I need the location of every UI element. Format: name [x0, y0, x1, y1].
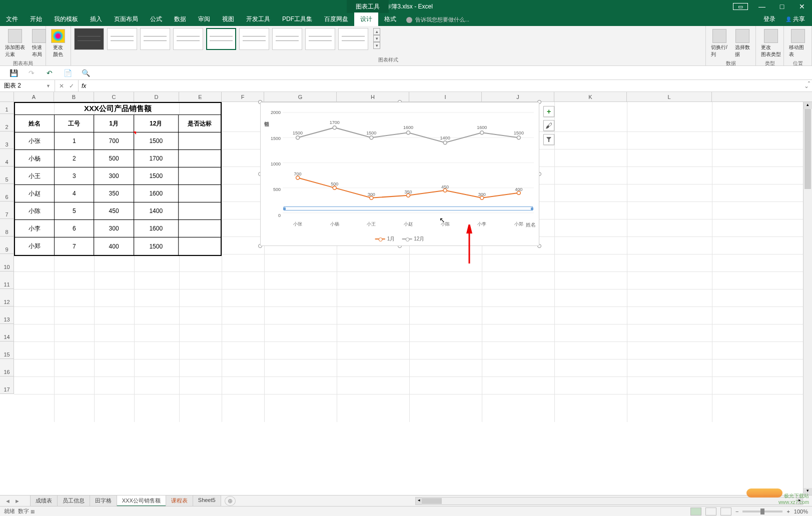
menu-tab-1[interactable]: 开始: [24, 12, 48, 26]
row-header-16[interactable]: 16: [0, 359, 14, 376]
share-button[interactable]: 👤 共享: [781, 12, 809, 26]
style-item-7[interactable]: [272, 28, 302, 50]
save-button[interactable]: 💾: [9, 68, 18, 78]
quick-layout-button[interactable]: 快速布局: [30, 28, 48, 59]
formula-input[interactable]: [89, 82, 801, 90]
zoom-level[interactable]: 100%: [794, 508, 808, 514]
sheet-nav[interactable]: ◄►: [0, 497, 25, 505]
row-header-15[interactable]: 15: [0, 342, 14, 359]
scroll-left-button[interactable]: ◂: [416, 498, 422, 504]
row-header-3[interactable]: 3: [0, 132, 14, 149]
menu-tab-3[interactable]: 插入: [84, 12, 108, 26]
row-header-1[interactable]: 1: [0, 102, 14, 114]
chart-styles-gallery[interactable]: ▴ ▾ ▾: [74, 28, 702, 56]
chart[interactable]: 销售额 姓名 050010001500200070050030035045030…: [260, 102, 539, 246]
chart-selection[interactable]: 销售额 姓名 050010001500200070050030035045030…: [260, 102, 539, 246]
name-box[interactable]: 图表 2 ▼: [0, 80, 55, 92]
menu-tab-0[interactable]: 文件: [0, 12, 24, 26]
row-header-17[interactable]: 17: [0, 376, 14, 394]
row-header-7[interactable]: 7: [0, 202, 14, 219]
row-header-2[interactable]: 2: [0, 114, 14, 132]
zoom-in-button[interactable]: +: [786, 508, 789, 514]
style-item-2[interactable]: [107, 28, 137, 50]
menu-tab-8[interactable]: 视图: [216, 12, 240, 26]
style-item-1[interactable]: [74, 28, 104, 50]
change-chart-type-button[interactable]: 更改 图表类型: [759, 28, 783, 59]
sheet-tab[interactable]: 员工信息: [57, 495, 90, 506]
row-header-13[interactable]: 13: [0, 306, 14, 324]
switch-row-col-button[interactable]: 切换行/列: [709, 28, 730, 59]
chart-legend[interactable]: 1月 12月: [375, 236, 425, 242]
menu-tab-6[interactable]: 数据: [168, 12, 192, 26]
cancel-formula-button[interactable]: ✕: [59, 82, 64, 90]
col-header-J[interactable]: J: [482, 92, 554, 102]
sheet-tab[interactable]: Sheet5: [193, 495, 221, 506]
zoom-thumb[interactable]: [760, 508, 764, 514]
col-header-C[interactable]: C: [94, 92, 134, 102]
zoom-slider[interactable]: [742, 510, 782, 512]
worksheet-grid[interactable]: ABCDEFGHIJKL 1234567891011121314151617 X…: [0, 92, 812, 422]
col-header-E[interactable]: E: [179, 92, 222, 102]
axis-selection-rect[interactable]: [284, 206, 533, 210]
row-header-11[interactable]: 11: [0, 272, 14, 289]
fx-icon[interactable]: fx: [79, 82, 89, 90]
style-item-4[interactable]: [173, 28, 203, 50]
style-item-5-selected[interactable]: [206, 28, 236, 50]
scroll-up-button[interactable]: ▴: [803, 102, 812, 109]
add-chart-element-button[interactable]: 添加图表 元素: [3, 28, 27, 59]
sheet-tab[interactable]: 成绩表: [30, 495, 58, 506]
vertical-scrollbar[interactable]: ▴ ▾: [803, 102, 812, 495]
row-header-12[interactable]: 12: [0, 289, 14, 306]
col-header-L[interactable]: L: [627, 92, 712, 102]
col-header-K[interactable]: K: [554, 92, 627, 102]
maximize-button[interactable]: □: [772, 0, 792, 13]
collapse-ribbon-button[interactable]: ˆ: [808, 81, 810, 88]
minimize-button[interactable]: —: [752, 0, 772, 13]
style-item-6[interactable]: [239, 28, 269, 50]
row-header-9[interactable]: 9: [0, 236, 14, 254]
row-header-14[interactable]: 14: [0, 324, 14, 342]
menu-tab-4[interactable]: 页面布局: [108, 12, 144, 26]
name-box-dropdown-icon[interactable]: ▼: [46, 84, 51, 88]
menu-tab-13[interactable]: 格式: [378, 12, 402, 26]
select-all-corner[interactable]: [0, 92, 14, 102]
style-item-9[interactable]: [338, 28, 368, 50]
sheet-tab[interactable]: XXX公司销售额: [117, 495, 166, 506]
scroll-thumb[interactable]: [804, 109, 811, 189]
redo-button[interactable]: ↷: [27, 68, 36, 78]
login-button[interactable]: 登录: [759, 12, 779, 26]
close-button[interactable]: ✕: [792, 0, 812, 13]
tell-me-box[interactable]: 告诉我您想要做什么...: [402, 14, 473, 26]
col-header-B[interactable]: B: [54, 92, 94, 102]
confirm-formula-button[interactable]: ✓: [69, 82, 74, 90]
style-item-8[interactable]: [305, 28, 335, 50]
sheet-tab[interactable]: 田字格: [90, 495, 117, 506]
undo-button[interactable]: ↶: [45, 68, 54, 78]
change-colors-button[interactable]: 更改 颜色: [49, 28, 67, 59]
menu-tab-5[interactable]: 公式: [144, 12, 168, 26]
menu-tab-2[interactable]: 我的模板: [48, 12, 84, 26]
plot-area[interactable]: 0500100015002000700500300350450300400150…: [283, 108, 534, 220]
chart-elements-button[interactable]: +: [543, 106, 554, 117]
menu-tab-7[interactable]: 审阅: [192, 12, 216, 26]
col-header-D[interactable]: D: [134, 92, 179, 102]
col-header-A[interactable]: A: [14, 92, 54, 102]
chart-styles-button[interactable]: 🖌: [543, 120, 554, 131]
select-data-button[interactable]: 选择数据: [733, 28, 752, 59]
menu-tab-10[interactable]: PDF工具集: [276, 12, 318, 26]
gallery-up-button[interactable]: ▴: [373, 28, 380, 35]
hscroll-thumb[interactable]: [422, 498, 442, 504]
menu-tab-9[interactable]: 开发工具: [240, 12, 276, 26]
move-chart-button[interactable]: 移动图表: [787, 28, 808, 59]
col-header-I[interactable]: I: [409, 92, 482, 102]
expand-formula-button[interactable]: ⌄: [801, 82, 812, 90]
col-header-G[interactable]: G: [264, 92, 337, 102]
row-header-10[interactable]: 10: [0, 254, 14, 272]
normal-view-button[interactable]: [690, 508, 701, 516]
horizontal-scrollbar[interactable]: ◂ ▸: [415, 497, 803, 505]
gallery-more-button[interactable]: ▾: [373, 42, 380, 49]
add-sheet-button[interactable]: ⊕: [225, 496, 236, 506]
cell-comment-indicator[interactable]: [133, 132, 136, 134]
page-layout-view-button[interactable]: [705, 508, 716, 516]
zoom-out-button[interactable]: −: [735, 508, 738, 514]
